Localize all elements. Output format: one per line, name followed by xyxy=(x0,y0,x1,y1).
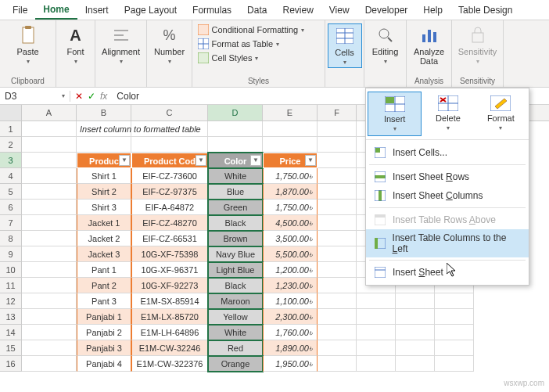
tab-insert[interactable]: Insert xyxy=(77,2,117,19)
cell-product[interactable]: Pant 2 xyxy=(77,278,131,293)
row-header[interactable]: 13 xyxy=(0,309,22,325)
paste-button[interactable]: Paste ▾ xyxy=(11,23,45,67)
row-header[interactable]: 16 xyxy=(0,356,22,372)
cell[interactable] xyxy=(131,137,208,153)
cell[interactable] xyxy=(435,340,474,356)
col-header-F[interactable]: F xyxy=(318,105,357,120)
row-header[interactable]: 4 xyxy=(0,168,22,184)
cell-price[interactable]: 2,300.00৳ xyxy=(263,309,318,325)
cell-product[interactable]: Pant 3 xyxy=(77,293,131,309)
cell-color[interactable]: Orange xyxy=(208,356,263,372)
col-header-A[interactable]: A xyxy=(22,105,77,120)
cell-product[interactable]: Pant 1 xyxy=(77,262,131,278)
cell[interactable] xyxy=(22,340,77,356)
cell-color[interactable]: Black xyxy=(208,215,263,231)
filter-button[interactable]: ▼ xyxy=(119,155,130,166)
cell[interactable] xyxy=(22,137,77,153)
cell[interactable] xyxy=(318,262,357,278)
cell[interactable] xyxy=(318,184,357,200)
cell-color[interactable]: White xyxy=(208,168,263,184)
filter-button[interactable]: ▼ xyxy=(196,155,206,166)
cell[interactable] xyxy=(318,246,357,262)
tab-view[interactable]: View xyxy=(321,2,357,19)
tab-page-layout[interactable]: Page Layout xyxy=(117,2,185,19)
row-header[interactable]: 1 xyxy=(0,121,22,137)
cell-code[interactable]: 10G-XF-96371 xyxy=(131,262,208,278)
cell[interactable] xyxy=(318,340,357,356)
cell[interactable] xyxy=(396,309,435,325)
cell-code[interactable]: E1M-CW-32246 xyxy=(131,340,208,356)
fx-icon[interactable]: fx xyxy=(100,91,107,102)
cell[interactable] xyxy=(318,278,357,293)
cell-price[interactable]: 1,230.00৳ xyxy=(263,278,318,293)
table-header[interactable]: Produc▼ xyxy=(77,153,131,168)
row-header[interactable]: 8 xyxy=(0,231,22,246)
cell[interactable] xyxy=(318,293,357,309)
conditional-formatting-button[interactable]: Conditional Formatting▾ xyxy=(196,23,321,36)
row-header[interactable]: 12 xyxy=(0,293,22,309)
cell-price[interactable]: 1,750.00৳ xyxy=(263,200,318,215)
cell-price[interactable]: 1,200.00৳ xyxy=(263,262,318,278)
cell-code[interactable]: E1M-LH-64896 xyxy=(131,325,208,340)
cell[interactable] xyxy=(263,137,318,153)
cell-color[interactable]: Green xyxy=(208,200,263,215)
cell[interactable] xyxy=(318,200,357,215)
cell[interactable] xyxy=(396,293,435,309)
cell[interactable] xyxy=(318,168,357,184)
cancel-formula-icon[interactable]: ✕ xyxy=(75,91,83,102)
cell[interactable] xyxy=(318,121,357,137)
number-button[interactable]: % Number ▾ xyxy=(152,23,187,67)
cell[interactable] xyxy=(318,325,357,340)
cell-color[interactable]: Yellow xyxy=(208,309,263,325)
cell-product[interactable]: Jacket 2 xyxy=(77,231,131,246)
cell-product[interactable]: Panjabi 4 xyxy=(77,356,131,372)
row-header[interactable]: 11 xyxy=(0,278,22,293)
cell-code[interactable]: EIF-A-64872 xyxy=(131,200,208,215)
row-header[interactable]: 5 xyxy=(0,184,22,200)
cell[interactable] xyxy=(22,153,77,168)
cell[interactable] xyxy=(22,231,77,246)
cell-code[interactable]: 10G-XF-92273 xyxy=(131,278,208,293)
cell[interactable] xyxy=(22,121,77,137)
cell[interactable] xyxy=(22,246,77,262)
cell[interactable] xyxy=(22,168,77,184)
col-header-C[interactable]: C xyxy=(131,105,208,120)
table-header[interactable]: Price▼ xyxy=(263,153,318,168)
menu-insert-table-columns-left[interactable]: Insert Table Columns to the Left xyxy=(366,229,529,257)
tab-table-design[interactable]: Table Design xyxy=(450,2,520,19)
cell[interactable] xyxy=(357,309,396,325)
filter-button[interactable]: ▼ xyxy=(305,155,316,166)
cell[interactable] xyxy=(318,215,357,231)
cell-code[interactable]: 10G-XF-75398 xyxy=(131,246,208,262)
cell-code[interactable]: E1M-SX-85914 xyxy=(131,293,208,309)
cell[interactable] xyxy=(22,325,77,340)
col-header-E[interactable]: E xyxy=(263,105,318,120)
cell[interactable] xyxy=(357,293,396,309)
cell-color[interactable]: Light Blue xyxy=(208,262,263,278)
cell[interactable] xyxy=(396,340,435,356)
col-header-D[interactable]: D xyxy=(208,105,263,120)
cell[interactable] xyxy=(357,340,396,356)
cell-color[interactable]: Maroon xyxy=(208,293,263,309)
cell-color[interactable]: Blue xyxy=(208,184,263,200)
cell-code[interactable]: EIF-CZ-66531 xyxy=(131,231,208,246)
cell-color[interactable]: Brown xyxy=(208,231,263,246)
cell[interactable] xyxy=(208,121,263,137)
cell[interactable] xyxy=(22,309,77,325)
editing-button[interactable]: Editing ▾ xyxy=(368,23,403,67)
cell-product[interactable]: Jacket 1 xyxy=(77,215,131,231)
cell-product[interactable]: Shirt 2 xyxy=(77,184,131,200)
font-button[interactable]: A Font ▾ xyxy=(59,23,93,67)
filter-button[interactable]: ▼ xyxy=(250,155,261,166)
cell-price[interactable]: 5,500.00৳ xyxy=(263,246,318,262)
sensitivity-button[interactable]: Sensitivity ▾ xyxy=(461,23,495,67)
col-header-B[interactable]: B xyxy=(77,105,131,120)
cell[interactable] xyxy=(318,231,357,246)
cell-price[interactable]: 1,750.00৳ xyxy=(263,168,318,184)
cell[interactable] xyxy=(131,121,208,137)
tab-formulas[interactable]: Formulas xyxy=(185,2,239,19)
cell[interactable] xyxy=(22,215,77,231)
cell[interactable] xyxy=(357,325,396,340)
cell-price[interactable]: 1,100.00৳ xyxy=(263,293,318,309)
row-header[interactable]: 2 xyxy=(0,137,22,153)
